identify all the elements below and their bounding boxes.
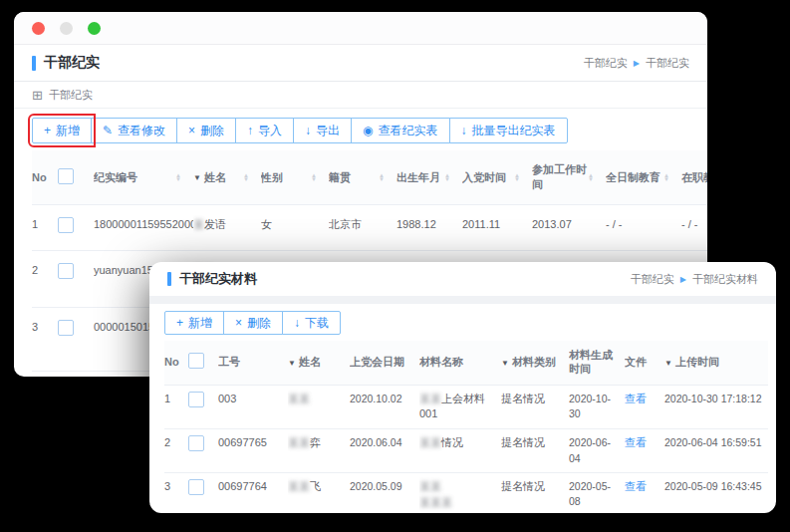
row-checkbox[interactable] <box>188 392 204 407</box>
row-checkbox[interactable] <box>58 217 74 233</box>
table-header-row: No 工号 ▼姓名 上党会日期 材料名称 ▼材料类别 材料生成时间 文件 ▼上传… <box>164 341 768 385</box>
add-button[interactable]: + 新增 <box>32 118 92 143</box>
col-record-id: 纪实编号▲▼ <box>94 150 193 205</box>
col-file: 文件 <box>625 341 664 385</box>
breadcrumb: 干部纪实 ▶ 干部纪实 <box>584 56 689 71</box>
breadcrumb-arrow-icon: ▶ <box>680 275 686 284</box>
row-checkbox[interactable] <box>188 435 204 451</box>
breadcrumb-parent[interactable]: 干部纪实 <box>631 272 674 287</box>
close-window-button[interactable] <box>32 22 45 35</box>
delete-button[interactable]: × 删除 <box>223 311 283 335</box>
minimize-window-button[interactable] <box>60 22 73 35</box>
download-icon: ↓ <box>294 317 300 329</box>
page-title-text: 干部纪实材料 <box>179 270 257 288</box>
sort-icon[interactable]: ▲▼ <box>243 173 257 181</box>
table-row: 3 00697764 某某飞 2020.05.09 某某 某某某33333333… <box>164 472 768 513</box>
col-no: No <box>164 341 188 385</box>
window-cadre-record-materials: 干部纪实材料 干部纪实 ▶ 干部纪实材料 + 新增 × 删除 ↓ 下载 <box>149 262 776 513</box>
sort-icon[interactable]: ▲▼ <box>588 173 602 181</box>
col-uploaded: ▼上传时间 <box>664 341 768 385</box>
sort-icon[interactable]: ▲▼ <box>311 173 325 181</box>
row-checkbox[interactable] <box>58 263 74 279</box>
filter-icon[interactable]: ▼ <box>288 359 296 368</box>
view-file-link[interactable]: 查看 <box>625 393 647 404</box>
breadcrumb-arrow-icon: ▶ <box>634 59 640 68</box>
table-row: 1 003 某某 2020.10.02 某某上会材料001 提名情况 2020-… <box>164 385 768 429</box>
col-generated: 材料生成时间 <box>569 341 625 385</box>
panel-title-text: 干部纪实 <box>49 88 93 103</box>
upload-icon: ↑ <box>247 125 253 136</box>
download-icon: ↓ <box>461 125 467 136</box>
col-name: ▼姓名 <box>288 341 350 385</box>
col-material-type: ▼材料类别 <box>501 341 569 385</box>
delete-button[interactable]: × 删除 <box>176 118 236 143</box>
eye-icon: ◉ <box>363 125 373 136</box>
col-select <box>58 150 94 205</box>
breadcrumb-current: 干部纪实 <box>646 56 689 71</box>
view-edit-button[interactable]: ✎ 查看修改 <box>91 118 177 143</box>
download-icon: ↓ <box>305 125 311 136</box>
section-divider <box>149 296 776 304</box>
title-accent-bar <box>32 56 36 71</box>
filter-icon[interactable]: ▼ <box>664 359 672 368</box>
page-title-text: 干部纪实 <box>44 54 100 72</box>
filter-icon[interactable]: ▼ <box>501 359 509 368</box>
col-select <box>188 341 218 385</box>
materials-table: No 工号 ▼姓名 上党会日期 材料名称 ▼材料类别 材料生成时间 文件 ▼上传… <box>149 341 776 513</box>
sort-icon[interactable]: ▲▼ <box>175 173 189 181</box>
sort-icon[interactable]: ▲▼ <box>444 173 458 181</box>
col-name: ▼姓名▲▼ <box>193 150 261 205</box>
view-file-link[interactable]: 查看 <box>625 480 647 492</box>
panel-header: ⊞ 干部纪实 <box>14 82 707 109</box>
view-file-link[interactable]: 查看 <box>625 436 647 448</box>
plus-icon: + <box>176 317 183 329</box>
close-icon: × <box>188 125 195 136</box>
materials-toolbar: + 新增 × 删除 ↓ 下载 <box>149 304 776 341</box>
col-work-start: 参加工作时间▲▼ <box>532 150 606 205</box>
download-button[interactable]: ↓ 下载 <box>282 311 341 335</box>
zoom-window-button[interactable] <box>88 22 101 35</box>
import-button[interactable]: ↑ 导入 <box>235 118 294 143</box>
page-header: 干部纪实 干部纪实 ▶ 干部纪实 <box>14 45 707 82</box>
desktop-background: 干部纪实 干部纪实 ▶ 干部纪实 ⊞ 干部纪实 + 新增 ✎ 查看修改 × 删除 <box>0 0 790 532</box>
sort-icon[interactable]: ▲▼ <box>379 173 393 181</box>
col-onjob-edu: 在职教育 <box>681 150 707 205</box>
view-record-sheet-button[interactable]: ◉ 查看纪实表 <box>351 118 449 143</box>
col-birth: 出生年月▲▼ <box>396 150 462 205</box>
table-grid-icon: ⊞ <box>32 88 43 103</box>
close-icon: × <box>235 317 242 329</box>
col-no: No <box>32 150 58 205</box>
filter-icon[interactable]: ▼ <box>193 173 201 182</box>
table-row: 1 180000011595520000 某发语 女 北京市 1988.12 2… <box>32 205 707 251</box>
page-title: 干部纪实 <box>32 54 100 72</box>
edit-icon: ✎ <box>103 125 113 136</box>
col-gender: 性别▲▼ <box>261 150 329 205</box>
select-all-checkbox[interactable] <box>58 168 74 184</box>
breadcrumb-current: 干部纪实材料 <box>692 272 758 287</box>
page-title: 干部纪实材料 <box>167 270 257 288</box>
row-checkbox[interactable] <box>188 479 204 495</box>
col-material-name: 材料名称 <box>419 341 501 385</box>
col-fulltime-edu: 全日制教育▲▼ <box>606 150 681 205</box>
col-meeting-date: 上党会日期 <box>350 341 419 385</box>
col-origin: 籍贯▲▼ <box>329 150 396 205</box>
window-titlebar <box>14 12 707 45</box>
col-party-join: 入党时间▲▼ <box>462 150 532 205</box>
add-button[interactable]: + 新增 <box>164 311 224 335</box>
batch-export-button[interactable]: ↓ 批量导出纪实表 <box>449 118 568 143</box>
table-row: 2 00697765 某某弈 2020.06.04 某某情况 提名情况 2020… <box>164 429 768 472</box>
plus-icon: + <box>44 125 51 136</box>
table-header-row: No 纪实编号▲▼ ▼姓名▲▼ 性别▲▼ 籍贯▲▼ 出生年月▲▼ 入党时间▲▼ … <box>32 150 707 205</box>
sort-icon[interactable]: ▲▼ <box>514 173 528 181</box>
breadcrumb-parent[interactable]: 干部纪实 <box>584 56 628 71</box>
records-toolbar: + 新增 ✎ 查看修改 × 删除 ↑ 导入 ↓ 导出 ◉ 查看纪实表 ↓ 批量导… <box>14 109 707 150</box>
title-accent-bar <box>167 272 171 286</box>
page-header: 干部纪实材料 干部纪实 ▶ 干部纪实材料 <box>149 262 776 296</box>
breadcrumb: 干部纪实 ▶ 干部纪实材料 <box>631 272 758 287</box>
select-all-checkbox[interactable] <box>188 353 204 369</box>
sort-icon[interactable]: ▲▼ <box>663 173 677 181</box>
row-checkbox[interactable] <box>58 320 74 336</box>
col-emp-id: 工号 <box>218 341 288 385</box>
export-button[interactable]: ↓ 导出 <box>293 118 352 143</box>
